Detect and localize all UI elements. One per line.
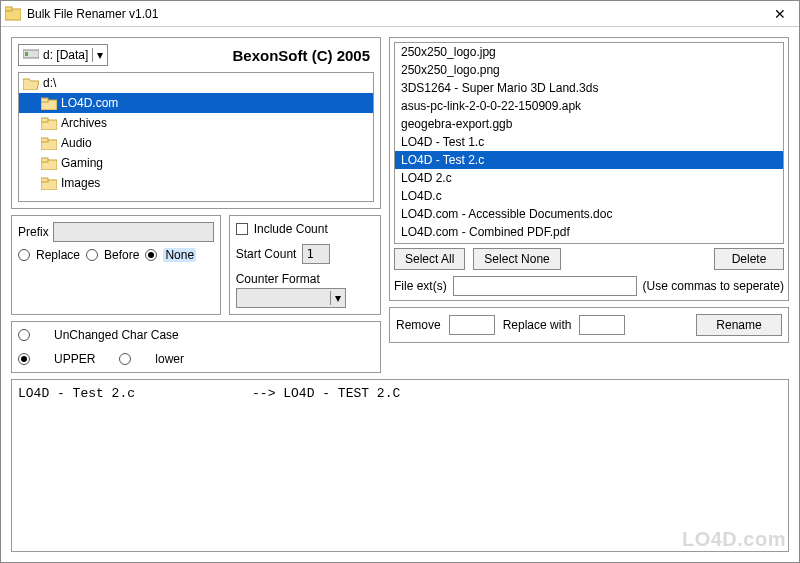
window-title: Bulk File Renamer v1.01 [27,7,765,21]
chevron-down-icon: ▾ [330,291,345,305]
drive-select[interactable]: d: [Data] ▾ [18,44,108,66]
radio-replace[interactable] [18,249,30,261]
radio-before[interactable] [86,249,98,261]
file-ext-label: File ext(s) [394,279,447,293]
tree-item-label: Gaming [61,156,103,170]
svg-rect-8 [41,118,48,122]
drive-icon [23,48,39,63]
charcase-panel: UnChanged Char Case UPPER lower [11,321,381,373]
radio-upper-label: UPPER [54,352,95,366]
radio-unchanged-label: UnChanged Char Case [54,328,179,342]
list-item[interactable]: LO4D - Test 2.c [395,151,783,169]
counter-format-label: Counter Format [236,272,320,286]
drive-label: d: [Data] [43,48,88,62]
tree-root-label: d:\ [43,76,56,90]
file-list[interactable]: 250x250_logo.jpg 250x250_logo.png 3DS126… [394,42,784,244]
list-item[interactable]: geogebra-export.ggb [395,115,783,133]
tree-item-audio[interactable]: Audio [19,133,373,153]
list-item[interactable]: 250x250_logo.png [395,61,783,79]
select-none-button[interactable]: Select None [473,248,560,270]
list-item[interactable]: asus-pc-link-2-0-0-22-150909.apk [395,97,783,115]
start-count-input[interactable] [302,244,330,264]
prefix-input[interactable] [53,222,214,242]
radio-none[interactable] [145,249,157,261]
radio-unchanged[interactable] [18,329,30,341]
tree-item-label: Images [61,176,100,190]
tree-item-images[interactable]: Images [19,173,373,193]
list-item[interactable]: LO4D.com - Combined PDF.pdf [395,223,783,241]
list-item[interactable]: 3DS1264 - Super Mario 3D Land.3ds [395,79,783,97]
tree-item-label: Audio [61,136,92,150]
svg-marker-4 [23,79,39,90]
tree-item-gaming[interactable]: Gaming [19,153,373,173]
remove-label: Remove [396,318,441,332]
count-panel: Include Count Start Count Counter Format… [229,215,381,315]
svg-rect-14 [41,178,48,182]
select-all-button[interactable]: Select All [394,248,465,270]
include-count-label: Include Count [254,222,328,236]
tree-root[interactable]: d:\ [19,73,373,93]
tree-item-archives[interactable]: Archives [19,113,373,133]
tree-item-label: LO4D.com [61,96,118,110]
tree-item-label: Archives [61,116,107,130]
folder-open-icon [23,77,39,90]
prefix-label: Prefix [18,225,49,239]
replace-with-label: Replace with [503,318,572,332]
tree-item-lo4d[interactable]: LO4D.com [19,93,373,113]
radio-lower[interactable] [119,353,131,365]
svg-rect-3 [25,52,28,56]
rename-button[interactable]: Rename [696,314,782,336]
preview-output: LO4D - Test 2.c --> LO4D - TEST 2.C [11,379,789,552]
delete-button[interactable]: Delete [714,248,784,270]
radio-upper[interactable] [18,353,30,365]
counter-format-combo[interactable]: ▾ [236,288,346,308]
app-icon [5,6,21,22]
svg-rect-6 [41,98,48,102]
close-button[interactable]: ✕ [765,6,795,22]
list-item[interactable]: LO4D.c [395,187,783,205]
watermark: LO4D.com [682,528,786,551]
svg-rect-12 [41,158,48,162]
list-item[interactable]: LO4D.com - Accessible Documents.doc [395,205,783,223]
file-ext-input[interactable] [453,276,637,296]
svg-rect-1 [5,7,12,11]
file-ext-hint: (Use commas to seperate) [643,279,784,293]
radio-replace-label: Replace [36,248,80,262]
chevron-down-icon: ▾ [92,48,103,62]
prefix-panel: Prefix Replace Before None [11,215,221,315]
folder-tree[interactable]: d:\ LO4D.com Archives Audio [18,72,374,202]
radio-none-label: None [163,248,196,262]
folder-icon [41,97,57,110]
titlebar: Bulk File Renamer v1.01 ✕ [1,1,799,27]
radio-lower-label: lower [155,352,184,366]
filelist-panel: 250x250_logo.jpg 250x250_logo.png 3DS126… [389,37,789,301]
folder-icon [41,137,57,150]
start-count-label: Start Count [236,247,297,261]
list-item[interactable]: 250x250_logo.jpg [395,43,783,61]
folder-icon [41,157,57,170]
folder-panel: d: [Data] ▾ BexonSoft (C) 2005 d:\ [11,37,381,209]
radio-before-label: Before [104,248,139,262]
folder-icon [41,117,57,130]
rename-panel: Remove Replace with Rename [389,307,789,343]
list-item[interactable]: LO4D 2.c [395,169,783,187]
folder-icon [41,177,57,190]
brand-text: BexonSoft (C) 2005 [116,47,374,64]
list-item[interactable]: LO4D - Test 1.c [395,133,783,151]
replace-with-input[interactable] [579,315,625,335]
svg-rect-10 [41,138,48,142]
remove-input[interactable] [449,315,495,335]
include-count-checkbox[interactable] [236,223,248,235]
